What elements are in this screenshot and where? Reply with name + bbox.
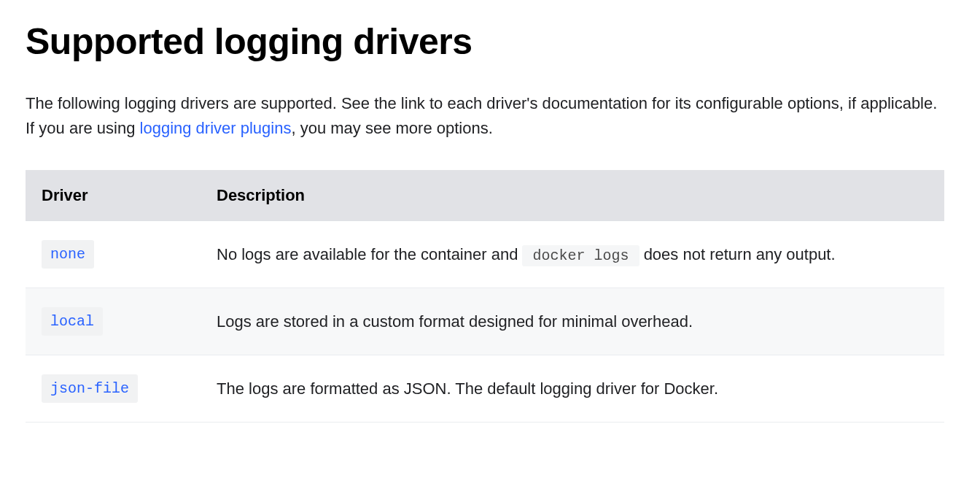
logging-plugins-link[interactable]: logging driver plugins (140, 119, 292, 137)
table-row: none No logs are available for the conta… (26, 221, 944, 288)
desc-pre: No logs are available for the container … (217, 245, 522, 263)
driver-link-none[interactable]: none (42, 244, 94, 262)
driver-cell: local (26, 288, 201, 355)
description-cell: Logs are stored in a custom format desig… (201, 288, 944, 355)
desc-post: does not return any output. (639, 245, 836, 263)
desc-pre: The logs are formatted as JSON. The defa… (217, 379, 718, 398)
table-row: local Logs are stored in a custom format… (26, 288, 944, 355)
desc-pre: Logs are stored in a custom format desig… (217, 312, 693, 331)
driver-code: local (42, 307, 103, 336)
driver-link-local[interactable]: local (42, 311, 103, 329)
col-header-description: Description (201, 170, 944, 221)
page-heading: Supported logging drivers (26, 15, 954, 69)
driver-link-json-file[interactable]: json-file (42, 378, 138, 396)
driver-cell: json-file (26, 355, 201, 423)
description-cell: No logs are available for the container … (201, 221, 944, 288)
drivers-table: Driver Description none No logs are avai… (26, 170, 944, 423)
intro-text-part2: , you may see more options. (291, 119, 492, 137)
driver-code: json-file (42, 374, 138, 403)
driver-code: none (42, 240, 94, 269)
col-header-driver: Driver (26, 170, 201, 221)
table-row: json-file The logs are formatted as JSON… (26, 355, 944, 423)
driver-cell: none (26, 221, 201, 288)
inline-code: docker logs (522, 245, 639, 266)
intro-paragraph: The following logging drivers are suppor… (26, 91, 944, 141)
description-cell: The logs are formatted as JSON. The defa… (201, 355, 944, 423)
